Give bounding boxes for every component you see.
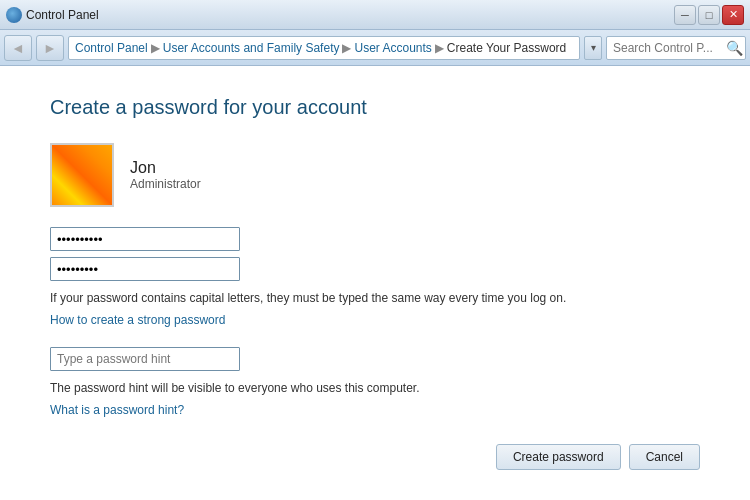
hint-info-text: The password hint will be visible to eve… [50,381,430,395]
password-hint-input[interactable] [50,347,240,371]
address-dropdown-button[interactable]: ▾ [584,36,602,60]
close-button[interactable]: ✕ [722,5,744,25]
title-bar: Control Panel ─ □ ✕ [0,0,750,30]
user-role: Administrator [130,177,201,191]
app-icon [6,7,22,23]
password-input[interactable] [50,227,240,251]
breadcrumb-sep-2: ▶ [342,41,351,55]
user-info: Jon Administrator [50,143,700,207]
password-info-text: If your password contains capital letter… [50,291,570,305]
confirm-password-input[interactable] [50,257,240,281]
breadcrumb-sep-1: ▶ [151,41,160,55]
create-password-button[interactable]: Create password [496,444,621,470]
hint-link[interactable]: What is a password hint? [50,403,700,417]
forward-button[interactable]: ► [36,35,64,61]
back-button[interactable]: ◄ [4,35,32,61]
restore-button[interactable]: □ [698,5,720,25]
title-bar-controls: ─ □ ✕ [674,5,744,25]
address-bar: ◄ ► Control Panel ▶ User Accounts and Fa… [0,30,750,66]
action-row: Create password Cancel [496,444,700,470]
user-details: Jon Administrator [130,159,201,191]
content-area: Create a password for your account Jon A… [0,66,750,500]
page-title: Create a password for your account [50,96,700,119]
strong-password-link[interactable]: How to create a strong password [50,313,700,327]
breadcrumb-sep-3: ▶ [435,41,444,55]
search-icon[interactable]: 🔍 [725,39,743,57]
breadcrumb-user-accounts[interactable]: User Accounts [354,41,431,55]
minimize-button[interactable]: ─ [674,5,696,25]
form-section: If your password contains capital letter… [50,227,700,431]
user-name: Jon [130,159,201,177]
breadcrumb-control-panel[interactable]: Control Panel [75,41,148,55]
breadcrumb-user-accounts-family[interactable]: User Accounts and Family Safety [163,41,340,55]
search-wrapper: 🔍 [606,36,746,60]
breadcrumb-current: Create Your Password [447,41,566,55]
breadcrumb-bar: Control Panel ▶ User Accounts and Family… [68,36,580,60]
avatar [50,143,114,207]
title-bar-text: Control Panel [26,8,99,22]
cancel-button[interactable]: Cancel [629,444,700,470]
title-bar-left: Control Panel [6,7,99,23]
